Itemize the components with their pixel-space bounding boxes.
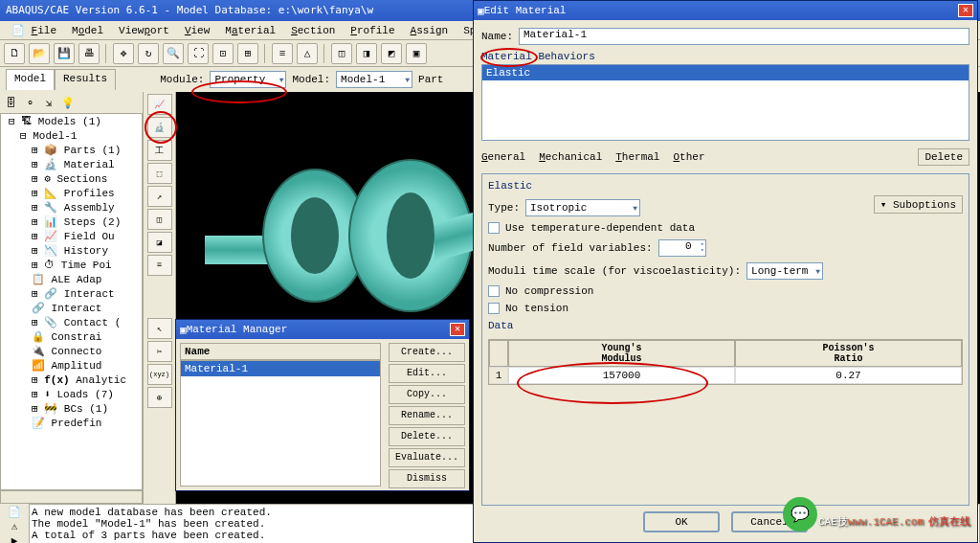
zoombox-icon[interactable]: ⛶ — [188, 43, 209, 64]
open-icon[interactable]: 📂 — [29, 43, 50, 64]
iso3-icon[interactable]: ◩ — [381, 43, 402, 64]
menu-model[interactable]: Model — [64, 25, 111, 36]
matmgr-list[interactable]: Material-1 — [180, 360, 381, 486]
tree-item[interactable]: ⊞ 🔬 Material — [1, 157, 142, 171]
matmgr-titlebar[interactable]: ▣ Material Manager ✕ — [176, 320, 469, 339]
tool-point-icon[interactable]: ⊕ — [147, 387, 172, 408]
tree-item[interactable]: ⊞ 🔗 Interact — [1, 286, 142, 301]
msg-cmd-icon[interactable]: ▶ — [11, 534, 18, 543]
tree-item[interactable]: 🔗 Interact — [1, 301, 142, 315]
dismiss-button[interactable]: Dismiss — [389, 469, 465, 488]
menu-view[interactable]: View — [177, 25, 217, 36]
tool-stringer-icon[interactable]: ◪ — [147, 232, 172, 253]
tree-item[interactable]: ⊞ 📈 Field Ou — [1, 229, 142, 243]
tool-profile-icon[interactable]: ⬚ — [147, 163, 172, 184]
ok-button[interactable]: OK — [643, 511, 720, 532]
data-table[interactable]: Young'sModulus Poisson'sRatio 1 157000 0… — [488, 339, 963, 385]
delete-button[interactable]: Delete... — [389, 427, 465, 446]
nfv-spinner[interactable]: 0 — [658, 239, 706, 257]
tree-item[interactable]: ⊞ 🔧 Assembly — [1, 200, 142, 215]
tool-section-icon[interactable]: 🔬 — [147, 117, 172, 138]
rename-button[interactable]: Rename... — [389, 406, 465, 425]
behaviors-list[interactable]: Elastic — [481, 64, 969, 141]
tool-rebar-icon[interactable]: ≡ — [147, 255, 172, 276]
tree-item[interactable]: 🔒 Constrai — [1, 329, 142, 344]
tree-hscroll[interactable] — [0, 490, 143, 504]
tempdep-checkbox[interactable] — [488, 222, 500, 234]
save-icon[interactable]: 💾 — [54, 43, 75, 64]
menu-section[interactable]: Section — [283, 25, 343, 36]
model-combo[interactable]: Model-1 — [336, 71, 412, 88]
fit-icon[interactable]: ⊡ — [212, 43, 234, 64]
mts-combo[interactable]: Long-term — [746, 262, 823, 280]
tab-general[interactable]: General — [481, 151, 525, 163]
close-icon[interactable]: ✕ — [958, 4, 973, 17]
print-icon[interactable]: 🖶 — [78, 43, 100, 64]
tab-thermal[interactable]: Thermal — [615, 151, 659, 163]
tool-partition-icon[interactable]: ✂ — [147, 341, 172, 362]
editmat-titlebar[interactable]: ▣ Edit Material ✕ — [474, 1, 977, 20]
module-combo[interactable]: Property — [210, 71, 286, 88]
evaluate-button[interactable]: Evaluate... — [389, 448, 465, 467]
zoom-icon[interactable]: 🔍 — [163, 43, 184, 64]
name-field[interactable]: Material-1 — [519, 28, 969, 45]
edit-button[interactable]: Edit... — [389, 364, 465, 383]
tool-orientation-icon[interactable]: ↗ — [147, 186, 172, 207]
tab-results[interactable]: Results — [55, 69, 116, 90]
tab-model[interactable]: Model — [6, 69, 55, 90]
tree-item[interactable]: ⊞ 📊 Steps (2) — [1, 215, 142, 229]
tree-root[interactable]: ⊟ 🏗 Models (1) — [1, 114, 142, 128]
nocomp-checkbox[interactable] — [488, 285, 500, 297]
tree-model1[interactable]: ⊟ Model-1 — [1, 128, 142, 143]
pan-icon[interactable]: ✥ — [113, 43, 134, 64]
tab-mechanical[interactable]: Mechanical — [539, 151, 602, 163]
close-icon[interactable]: ✕ — [450, 323, 465, 336]
tool-datum-icon[interactable]: ↖ — [147, 318, 172, 339]
tool-skin-icon[interactable]: ◫ — [147, 209, 172, 230]
suboptions-button[interactable]: ▾ Suboptions — [874, 195, 963, 214]
menu-viewport[interactable]: Viewport — [111, 25, 177, 36]
tree-item[interactable]: 📶 Amplitud — [1, 358, 142, 373]
noten-checkbox[interactable] — [488, 303, 500, 314]
view2-icon[interactable]: △ — [297, 43, 318, 64]
tree-expand-icon[interactable]: ⇲ — [40, 94, 57, 111]
autofit-icon[interactable]: ⊞ — [237, 43, 258, 64]
menu-assign[interactable]: Assign — [403, 25, 457, 36]
tree-db-icon[interactable]: 🗄 — [2, 94, 19, 111]
create-button[interactable]: Create... — [389, 343, 465, 362]
tool-xyz-icon[interactable]: (xyz) — [147, 364, 172, 385]
menu-profile[interactable]: Profile — [343, 25, 402, 36]
menu-file[interactable]: 📄 File — [4, 24, 64, 36]
tool-create-material-icon[interactable]: 📈 — [147, 94, 172, 115]
cell-poisson[interactable]: 0.27 — [735, 367, 962, 384]
tree-item[interactable]: 📋 ALE Adap — [1, 272, 142, 286]
tree-item[interactable]: ⊞ 📐 Profiles — [1, 186, 142, 200]
tree-item[interactable]: ⊞ ⬇ Loads (7) — [1, 387, 142, 401]
tree-filter-icon[interactable]: ⚬ — [21, 94, 38, 111]
type-combo[interactable]: Isotropic — [525, 199, 640, 216]
cell-youngs[interactable]: 157000 — [508, 367, 735, 384]
matmgr-row[interactable]: Material-1 — [181, 361, 380, 376]
iso1-icon[interactable]: ◫ — [331, 43, 352, 64]
tree-item[interactable]: ⊞ 📉 History — [1, 243, 142, 258]
delete-behavior-button[interactable]: Delete — [918, 148, 969, 166]
tree-item[interactable]: ⊞ 📦 Parts (1) — [1, 143, 142, 157]
tree-tip-icon[interactable]: 💡 — [59, 94, 77, 111]
tree-item[interactable]: ⊞ f(x) Analytic — [1, 373, 142, 387]
tab-other[interactable]: Other — [673, 151, 704, 163]
tree-item[interactable]: ⊞ 🚧 BCs (1) — [1, 401, 142, 416]
iso4-icon[interactable]: ▣ — [406, 43, 427, 64]
model-tree[interactable]: ⊟ 🏗 Models (1) ⊟ Model-1 ⊞ 📦 Parts (1) ⊞… — [0, 113, 143, 490]
tree-item[interactable]: ⊞ ⏱ Time Poi — [1, 258, 142, 272]
tree-item[interactable]: 🔌 Connecto — [1, 344, 142, 358]
new-icon[interactable]: 🗋 — [4, 43, 25, 64]
msg-warn-icon[interactable]: ⚠ — [11, 520, 18, 532]
tree-item[interactable]: ⊞ ⚙ Sections — [1, 171, 142, 186]
msg-info-icon[interactable]: 📄 — [8, 506, 21, 518]
tree-item[interactable]: ⊞ 📎 Contact ( — [1, 315, 142, 329]
tool-assign-icon[interactable]: 工 — [147, 140, 172, 161]
copy-button[interactable]: Copy... — [389, 385, 465, 404]
menu-material[interactable]: Material — [217, 25, 283, 36]
rotate-icon[interactable]: ↻ — [138, 43, 159, 64]
behavior-row[interactable]: Elastic — [482, 65, 969, 80]
